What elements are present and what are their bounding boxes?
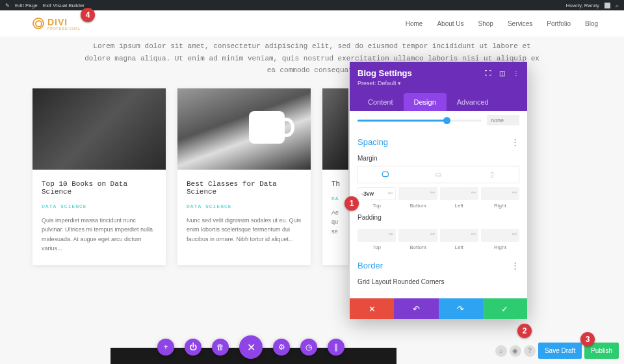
nav-shop[interactable]: Shop [478, 20, 493, 27]
slider[interactable] [358, 120, 482, 122]
link-icon[interactable]: ⚯ [389, 231, 393, 237]
card-2[interactable]: Best Classes for Data Science DATA SCIEN… [177, 88, 311, 265]
nav-about[interactable]: About Us [437, 20, 463, 27]
card-1[interactable]: Top 10 Books on Data Science DATA SCIENC… [32, 88, 166, 265]
padding-right-input[interactable]: ⚯ [481, 229, 519, 242]
kebab-icon[interactable]: ⋮ [513, 70, 519, 77]
avatar[interactable] [604, 3, 610, 8]
margin-bottom-input[interactable]: ⚯ [398, 187, 437, 200]
intro-paragraph: Lorem ipsum dolor sit amet, consectetur … [0, 36, 624, 88]
logo-subtitle: PROFESSIONAL [47, 27, 81, 31]
close-builder-button[interactable]: ✕ [239, 335, 263, 359]
adjust-button[interactable]: ∥ [328, 339, 344, 356]
tab-design[interactable]: Design [404, 93, 447, 111]
undo-icon: ↶ [413, 304, 420, 314]
undo-button[interactable]: ↶ [394, 298, 438, 319]
margin-right-input[interactable]: ⚯ [481, 187, 519, 200]
link-icon[interactable]: ⚯ [471, 231, 476, 237]
padding-left-input[interactable]: ⚯ [440, 229, 478, 242]
logo-text: DIVI [47, 17, 68, 27]
section-menu-icon[interactable]: ⋮ [511, 137, 519, 147]
settings-button[interactable]: ⚙ [273, 339, 290, 356]
padding-top-input[interactable]: ⚯ [358, 229, 396, 242]
annotation-badge-2: 2 [517, 324, 532, 338]
trash-button[interactable]: 🗑 [212, 339, 229, 356]
plus-icon: + [163, 343, 168, 352]
tab-content[interactable]: Content [358, 93, 404, 111]
margin-top-input[interactable]: -3vw⚯ [358, 187, 396, 200]
discard-button[interactable]: ✕ [350, 298, 394, 319]
card-category[interactable]: DA [332, 196, 339, 202]
device-desktop[interactable]: 🖵 [358, 166, 411, 183]
card-title: Th [332, 180, 339, 188]
eye-icon: ◉ [512, 347, 518, 354]
slider-thumb[interactable] [443, 117, 450, 124]
panel-header[interactable]: Blog Settings ⛶ ◫ ⋮ Preset: Default ▾ Co… [350, 62, 527, 111]
card-category[interactable]: DATA SCIENCE [42, 203, 157, 209]
sliders-icon: ∥ [334, 343, 338, 352]
link-icon[interactable]: ⚯ [388, 190, 393, 196]
power-button[interactable]: ⏻ [185, 339, 202, 356]
nav-services[interactable]: Services [508, 20, 532, 27]
blog-settings-panel: Blog Settings ⛶ ◫ ⋮ Preset: Default ▾ Co… [350, 62, 527, 319]
card-title: Best Classes for Data Science [187, 180, 302, 196]
snap-icon[interactable]: ◫ [499, 70, 505, 77]
side-left-label: Left [440, 203, 478, 209]
wp-admin-bar: ✎ Edit Page Exit Visual Builder Howdy, R… [0, 0, 624, 10]
check-icon: ✓ [501, 304, 508, 314]
redo-icon: ↷ [457, 304, 464, 314]
nav-home[interactable]: Home [406, 20, 423, 27]
desktop-icon: 🖵 [382, 170, 389, 178]
link-icon[interactable]: ⚯ [430, 190, 435, 196]
card-image [32, 88, 166, 170]
expand-icon[interactable]: ⛶ [485, 70, 491, 77]
history-button[interactable]: ◷ [300, 339, 317, 356]
save-draft-button[interactable]: Save Draft [538, 343, 582, 359]
trash-icon: 🗑 [216, 343, 224, 352]
add-button[interactable]: + [157, 339, 174, 356]
preview-button[interactable]: ◉ [510, 345, 521, 357]
link-icon[interactable]: ⚯ [471, 190, 476, 196]
logo[interactable]: DIVI PROFESSIONAL [32, 16, 81, 31]
device-tabs: 🖵 ▭ ▯ [358, 166, 519, 183]
section-spacing-title[interactable]: Spacing [358, 137, 388, 147]
slider-value[interactable]: none [487, 115, 519, 125]
card-image [322, 88, 348, 170]
clock-icon: ◷ [306, 343, 312, 352]
logo-icon [32, 18, 44, 29]
zoom-button[interactable]: ⌕ [495, 345, 507, 357]
padding-bottom-input[interactable]: ⚯ [398, 229, 437, 242]
annotation-badge-4: 4 [81, 8, 95, 22]
side-bottom-label: Bottom [398, 203, 437, 209]
panel-body: none Spacing ⋮ Margin 🖵 ▭ ▯ -3vw⚯Top ⚯Bo… [350, 111, 527, 298]
card-3[interactable]: Th DA Ae qu se [322, 88, 348, 265]
edit-page-link[interactable]: Edit Page [15, 3, 38, 8]
card-category[interactable]: DATA SCIENCE [187, 203, 302, 209]
save-button[interactable]: ✓ [483, 298, 527, 319]
question-icon: ? [528, 347, 532, 354]
help-button[interactable]: ? [524, 345, 536, 357]
device-tablet[interactable]: ▭ [411, 166, 465, 183]
section-menu-icon[interactable]: ⋮ [511, 261, 519, 270]
panel-tabs: Content Design Advanced [358, 93, 519, 111]
tablet-icon: ▭ [435, 170, 441, 178]
nav-blog[interactable]: Blog [585, 20, 598, 27]
main-nav: Home About Us Shop Services Portfolio Bl… [406, 20, 598, 27]
preset-dropdown[interactable]: Preset: Default ▾ [358, 80, 519, 86]
redo-button[interactable]: ↷ [439, 298, 483, 319]
search-icon[interactable]: ⌕ [616, 3, 619, 8]
card-image [177, 88, 311, 170]
exit-visual-builder-link[interactable]: Exit Visual Builder [43, 3, 84, 8]
tab-advanced[interactable]: Advanced [447, 93, 499, 111]
link-icon[interactable]: ⚯ [512, 231, 517, 237]
section-border-title[interactable]: Border [358, 261, 383, 270]
link-icon[interactable]: ⚯ [512, 190, 517, 196]
page-actions: ⌕ ◉ ? Save Draft Publish [495, 343, 619, 359]
margin-inputs: -3vw⚯Top ⚯Bottom ⚯Left ⚯Right [350, 183, 527, 210]
panel-title: Blog Settings [358, 68, 412, 78]
link-icon[interactable]: ⚯ [430, 231, 435, 237]
device-phone[interactable]: ▯ [465, 166, 519, 183]
blog-cards: Top 10 Books on Data Science DATA SCIENC… [0, 88, 624, 265]
nav-portfolio[interactable]: Portfolio [547, 20, 571, 27]
margin-left-input[interactable]: ⚯ [440, 187, 478, 200]
